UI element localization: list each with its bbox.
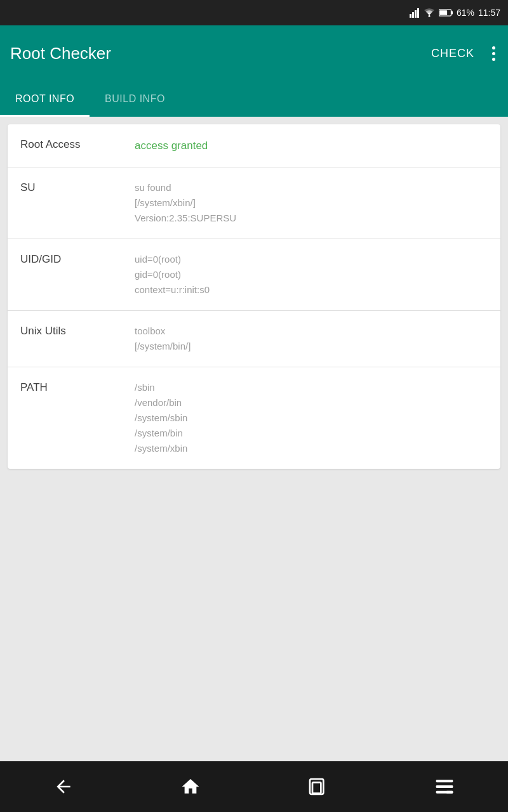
svg-point-4	[428, 15, 430, 17]
app-title: Root Checker	[10, 44, 431, 63]
svg-rect-3	[417, 8, 419, 18]
tab-root-info[interactable]: ROOT INFO	[0, 81, 90, 117]
svg-rect-0	[410, 14, 411, 18]
root-info-card: Root Access access granted SU su found […	[8, 124, 500, 469]
more-dot-1	[492, 46, 495, 49]
table-row: PATH /sbin /vendor/bin /system/sbin /sys…	[8, 367, 500, 469]
more-dot-3	[492, 58, 495, 61]
more-dot-2	[492, 52, 495, 55]
su-label: SU	[20, 180, 135, 194]
root-access-label: Root Access	[20, 137, 135, 151]
check-button[interactable]: CHECK	[431, 47, 474, 60]
svg-rect-1	[412, 12, 414, 18]
path-value: /sbin /vendor/bin /system/sbin /system/b…	[135, 380, 488, 456]
tab-bar: ROOT INFO BUILD INFO	[0, 81, 508, 117]
path-label: PATH	[20, 380, 135, 394]
svg-rect-9	[312, 782, 321, 793]
svg-rect-6	[451, 11, 453, 14]
menu-button[interactable]	[425, 768, 464, 806]
home-icon	[180, 776, 201, 797]
su-value: su found [/system/xbin/] Version:2.35:SU…	[135, 180, 488, 226]
unix-utils-value: toolbox [/system/bin/]	[135, 324, 488, 354]
unix-utils-label: Unix Utils	[20, 324, 135, 337]
table-row: SU su found [/system/xbin/] Version:2.35…	[8, 167, 500, 239]
uid-gid-label: UID/GID	[20, 252, 135, 266]
table-row: UID/GID uid=0(root) gid=0(root) context=…	[8, 239, 500, 311]
table-row: Root Access access granted	[8, 124, 500, 167]
more-menu-button[interactable]	[490, 44, 498, 63]
status-icons: 61% 11:57	[410, 8, 500, 18]
bottom-navigation	[0, 761, 508, 812]
svg-rect-7	[439, 10, 447, 15]
back-button[interactable]	[44, 768, 83, 806]
status-bar: 61% 11:57	[0, 0, 508, 25]
time: 11:57	[478, 8, 500, 18]
table-row: Unix Utils toolbox [/system/bin/]	[8, 311, 500, 367]
svg-rect-13	[446, 791, 453, 794]
recents-icon	[307, 776, 328, 797]
signal-icon	[410, 8, 420, 18]
recents-button[interactable]	[298, 768, 337, 806]
uid-gid-value: uid=0(root) gid=0(root) context=u:r:init…	[135, 252, 488, 298]
svg-rect-11	[436, 785, 453, 788]
wifi-icon	[424, 8, 435, 17]
battery-percent: 61%	[457, 8, 474, 18]
home-button[interactable]	[171, 768, 210, 806]
app-bar-actions: CHECK	[431, 44, 498, 63]
root-access-value: access granted	[135, 137, 488, 154]
tab-build-info[interactable]: BUILD INFO	[90, 81, 180, 117]
svg-rect-2	[415, 10, 417, 18]
content-area: Root Access access granted SU su found […	[0, 117, 508, 761]
menu-icon	[434, 776, 455, 797]
app-bar: Root Checker CHECK	[0, 25, 508, 81]
battery-icon	[439, 8, 453, 17]
svg-rect-10	[436, 780, 453, 782]
back-icon	[53, 776, 74, 797]
